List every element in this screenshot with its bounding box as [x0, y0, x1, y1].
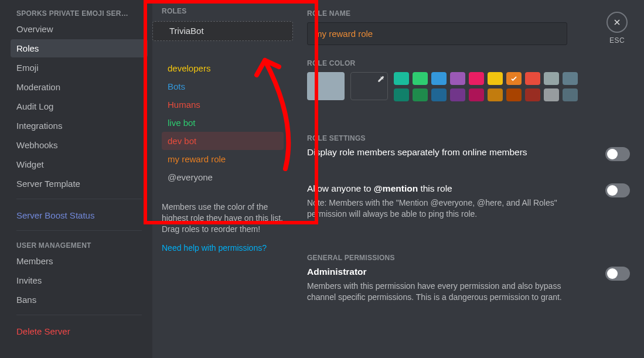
- color-swatch[interactable]: [525, 88, 540, 101]
- color-swatch[interactable]: [431, 72, 447, 85]
- role-settings-header: ROLE SETTINGS: [307, 134, 630, 142]
- role-item[interactable]: @everyone: [162, 168, 284, 186]
- sidebar-item-server-template[interactable]: Server Template: [11, 175, 148, 193]
- user-management-header: USER MANAGEMENT: [11, 238, 148, 252]
- color-swatch[interactable]: [563, 88, 578, 101]
- sidebar-item-integrations[interactable]: Integrations: [11, 117, 148, 135]
- toggle-switch[interactable]: [605, 147, 630, 161]
- color-swatch[interactable]: [525, 72, 540, 85]
- sidebar-item-widget[interactable]: Widget: [11, 155, 148, 173]
- role-item[interactable]: developers: [162, 59, 284, 77]
- toggle-switch[interactable]: [605, 183, 630, 197]
- color-swatch[interactable]: [469, 88, 484, 101]
- sidebar-item-webhooks[interactable]: Webhooks: [11, 136, 148, 154]
- color-swatch[interactable]: [394, 88, 409, 101]
- server-settings-sidebar: SPORKS PRIVATE EMOJI SER… Overview Roles…: [0, 0, 152, 358]
- color-swatch[interactable]: [506, 88, 522, 101]
- role-settings-list: Display role members separately from onl…: [307, 147, 630, 236]
- roles-header: ROLES: [162, 7, 284, 18]
- divider: [16, 199, 142, 199]
- color-swatch[interactable]: [431, 88, 447, 101]
- custom-color-swatch[interactable]: [350, 72, 388, 100]
- check-icon: [510, 74, 518, 83]
- roles-list[interactable]: Sporks!TriviaBotdevelopersBotsHumanslive…: [162, 20, 284, 186]
- close-label: ESC: [606, 36, 628, 45]
- role-item[interactable]: my reward role: [162, 150, 284, 168]
- role-item[interactable]: Sporks!: [162, 20, 284, 38]
- sidebar-item-invites[interactable]: Invites: [11, 271, 148, 289]
- color-swatch[interactable]: [413, 88, 428, 101]
- close-button[interactable]: [606, 12, 628, 33]
- sidebar-item-moderation[interactable]: Moderation: [11, 78, 148, 96]
- color-swatch[interactable]: [469, 72, 484, 85]
- default-color-swatch[interactable]: [307, 72, 345, 100]
- sidebar-item-emoji[interactable]: Emoji: [11, 59, 148, 77]
- server-name-header: SPORKS PRIVATE EMOJI SER…: [11, 6, 148, 20]
- setting-description: Members with this permission have every …: [307, 281, 565, 303]
- role-item[interactable]: live bot: [162, 114, 284, 132]
- role-detail-panel: ROLE NAME ROLE COLOR ROLE SETTINGS Displ…: [293, 0, 644, 358]
- role-item[interactable]: Bots: [162, 77, 284, 96]
- role-item[interactable]: Humans: [162, 96, 284, 114]
- sidebar-item-server-boost[interactable]: Server Boost Status: [11, 206, 148, 224]
- permissions-list: AdministratorMembers with this permissio…: [307, 267, 630, 319]
- permissions-help-link[interactable]: Need help with permissions?: [162, 243, 284, 253]
- eyedropper-icon: [377, 75, 385, 83]
- color-swatch[interactable]: [450, 72, 465, 85]
- color-swatch[interactable]: [488, 88, 503, 101]
- sidebar-item-bans[interactable]: Bans: [11, 291, 148, 309]
- setting-title: Administrator: [307, 267, 596, 277]
- color-swatch[interactable]: [450, 88, 465, 101]
- sidebar-item-overview[interactable]: Overview: [11, 20, 148, 38]
- close-area: ESC: [606, 12, 628, 45]
- color-swatch[interactable]: [413, 72, 428, 85]
- sidebar-item-roles[interactable]: Roles: [11, 39, 148, 57]
- close-icon: [612, 18, 622, 27]
- divider: [16, 230, 142, 231]
- divider: [16, 315, 142, 315]
- setting-description: Note: Members with the "Mention @everyon…: [307, 197, 565, 220]
- role-name-input[interactable]: [307, 22, 567, 45]
- sidebar-item-delete-server[interactable]: Delete Server: [11, 322, 148, 340]
- roles-hint-text: Members use the color of the highest rol…: [162, 202, 284, 235]
- setting-row: AdministratorMembers with this permissio…: [307, 267, 630, 303]
- general-permissions-header: GENERAL PERMISSIONS: [307, 254, 630, 262]
- role-color-label: ROLE COLOR: [307, 59, 630, 67]
- setting-title: Allow anyone to @mention this role: [307, 183, 596, 194]
- color-swatch[interactable]: [488, 72, 503, 85]
- setting-row: Display role members separately from onl…: [307, 147, 630, 161]
- setting-row: Allow anyone to @mention this roleNote: …: [307, 183, 630, 220]
- roles-column: ROLES Sporks!TriviaBotdevelopersBotsHuma…: [152, 0, 293, 358]
- color-swatch-grid: [394, 72, 578, 101]
- color-swatch[interactable]: [544, 72, 559, 85]
- color-swatch[interactable]: [394, 72, 409, 85]
- role-item[interactable]: dev bot: [162, 132, 284, 150]
- role-name-label: ROLE NAME: [307, 9, 630, 18]
- color-swatch[interactable]: [544, 88, 559, 101]
- toggle-switch[interactable]: [605, 267, 630, 281]
- color-swatch[interactable]: [563, 72, 578, 85]
- setting-title: Display role members separately from onl…: [307, 147, 596, 158]
- color-swatch[interactable]: [506, 72, 522, 85]
- sidebar-item-audit-log[interactable]: Audit Log: [11, 97, 148, 115]
- sidebar-item-members[interactable]: Members: [11, 252, 148, 270]
